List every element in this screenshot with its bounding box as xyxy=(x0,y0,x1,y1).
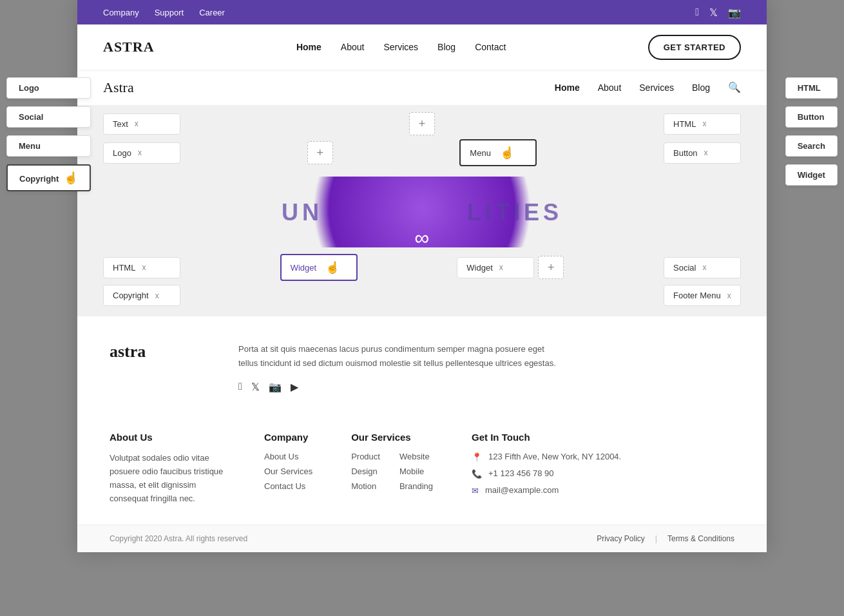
button-cell-close[interactable]: x xyxy=(704,148,708,157)
footer-brand-name: astra xyxy=(110,342,213,361)
footer-service-design[interactable]: Design xyxy=(351,467,380,476)
inner-header: Astra Home About Services Blog 🔍 xyxy=(77,70,767,106)
sidebar-tag-button[interactable]: Button xyxy=(785,106,838,128)
nav-services[interactable]: Services xyxy=(383,42,418,52)
logo-cell-label: Logo xyxy=(113,148,131,158)
html-cell-close[interactable]: x xyxy=(702,119,706,128)
topbar-link-support[interactable]: Support xyxy=(155,8,184,17)
sidebar-tag-html[interactable]: HTML xyxy=(785,77,838,99)
footer-company-about[interactable]: About Us xyxy=(264,452,312,461)
footer-service-website[interactable]: Website xyxy=(399,452,433,461)
inner-nav-home[interactable]: Home xyxy=(555,82,580,93)
top-bar: Company Support Career  𝕏 📷 xyxy=(77,0,767,24)
nav-home[interactable]: Home xyxy=(296,42,321,52)
terms-link[interactable]: Terms & Conditions xyxy=(667,534,734,543)
social-cell-label: Social xyxy=(673,263,696,273)
copyright-builder-cell[interactable]: Copyright x xyxy=(103,285,180,306)
sidebar-tag-logo[interactable]: Logo xyxy=(6,77,91,99)
twitter-icon[interactable]: 𝕏 xyxy=(709,6,718,19)
footer-service-product[interactable]: Product xyxy=(351,452,380,461)
nav-contact[interactable]: Contact xyxy=(475,42,506,52)
footer-menu-cell-close[interactable]: x xyxy=(727,291,731,300)
drop-cursor-icon: ☝ xyxy=(325,260,340,274)
nav-about[interactable]: About xyxy=(341,42,365,52)
copyright-cell-close[interactable]: x xyxy=(155,291,159,300)
facebook-icon[interactable]:  xyxy=(695,6,699,19)
footer-service-mobile[interactable]: Mobile xyxy=(399,467,433,476)
widget-mid-cell[interactable]: Widget x xyxy=(457,257,534,278)
inner-nav-services[interactable]: Services xyxy=(639,82,674,93)
button-cell-label: Button xyxy=(673,148,698,158)
hero-area: ∞ UN LITIES xyxy=(77,177,767,247)
footer-contact-email: ✉ mail@example.com xyxy=(472,485,621,496)
widget-drop-label: Widget xyxy=(291,263,316,273)
footer-socials:  𝕏 📷 ▶ xyxy=(238,381,561,393)
hero-text: UN LITIES xyxy=(77,199,767,226)
footer-service-branding[interactable]: Branding xyxy=(399,481,433,491)
footer-company-list: About Us Our Services Contact Us xyxy=(264,452,312,491)
footer-menu-cell-label: Footer Menu xyxy=(673,291,721,300)
html-builder-cell-1[interactable]: HTML x xyxy=(664,113,741,135)
footer-youtube-icon[interactable]: ▶ xyxy=(291,381,298,393)
copyright-cell-label: Copyright xyxy=(113,291,149,300)
social-builder-cell[interactable]: Social x xyxy=(664,257,741,278)
sidebar-tag-widget[interactable]: Widget xyxy=(785,164,838,186)
button-builder-cell[interactable]: Button x xyxy=(664,142,741,164)
footer-company-contact[interactable]: Contact Us xyxy=(264,481,312,491)
footer-col-services: Our Services Product Design Motion Websi… xyxy=(351,432,433,505)
privacy-policy-link[interactable]: Privacy Policy xyxy=(597,534,645,543)
footer-facebook-icon[interactable]:  xyxy=(238,381,242,393)
search-button[interactable]: 🔍 xyxy=(728,81,741,93)
footer-twitter-icon[interactable]: 𝕏 xyxy=(251,381,260,393)
phone-icon: 📞 xyxy=(472,469,482,479)
footer-menu-builder-cell[interactable]: Footer Menu x xyxy=(664,285,741,306)
sidebar-tag-copyright[interactable]: Copyright ☝ xyxy=(6,164,91,191)
sidebar-tag-social[interactable]: Social xyxy=(6,106,91,128)
logo-builder-cell[interactable]: Logo x xyxy=(103,142,180,164)
builder-area-footer: HTML x Widget ☝ Widget x + Social x C xyxy=(77,247,767,316)
inner-nav-about[interactable]: About xyxy=(598,82,622,93)
builder-plus-1[interactable]: + xyxy=(409,112,435,135)
footer-contact-address: 📍 123 Fifth Ave, New York, NY 12004. xyxy=(472,452,621,462)
footer-contact-title: Get In Touch xyxy=(472,432,621,443)
html-builder-cell-2[interactable]: HTML x xyxy=(103,257,180,278)
builder-row-3: HTML x Widget ☝ Widget x + Social x xyxy=(103,254,741,281)
footer-address-text: 123 Fifth Ave, New York, NY 12004. xyxy=(488,452,621,461)
footer-instagram-icon[interactable]: 📷 xyxy=(269,381,282,393)
main-header: ASTRA Home About Services Blog Contact G… xyxy=(77,24,767,70)
footer-company-services[interactable]: Our Services xyxy=(264,467,312,476)
text-builder-cell[interactable]: Text x xyxy=(103,113,180,135)
footer-copyright-text: Copyright 2020 Astra. All rights reserve… xyxy=(110,534,247,543)
html-cell-2-close[interactable]: x xyxy=(142,263,146,272)
footer-brand: astra xyxy=(110,342,213,373)
footer-services-col2: Website Mobile Branding xyxy=(399,452,433,496)
inner-nav-blog[interactable]: Blog xyxy=(692,82,710,93)
sidebar-tag-search[interactable]: Search xyxy=(785,135,838,157)
footer-about-title: About Us xyxy=(110,432,225,443)
topbar-link-company[interactable]: Company xyxy=(103,8,139,17)
builder-row-1: Text x + HTML x xyxy=(103,112,741,135)
topbar-link-career[interactable]: Career xyxy=(199,8,225,17)
builder-plus-2[interactable]: + xyxy=(307,141,333,164)
footer-phone-text: +1 123 456 78 90 xyxy=(488,468,554,478)
location-icon: 📍 xyxy=(472,452,482,462)
social-cell-close[interactable]: x xyxy=(702,263,706,272)
nav-blog[interactable]: Blog xyxy=(437,42,456,52)
footer-about-desc: Volutpat sodales odio vitae posuere odio… xyxy=(110,452,225,505)
menu-builder-cell[interactable]: Menu ☝ xyxy=(459,139,537,166)
text-cell-close[interactable]: x xyxy=(135,119,139,128)
main-nav: Home About Services Blog Contact xyxy=(296,42,506,52)
email-icon: ✉ xyxy=(472,486,479,496)
sidebar-tag-menu[interactable]: Menu xyxy=(6,135,91,157)
sidebar-left: Logo Social Menu Copyright ☝ xyxy=(6,77,91,191)
get-started-button[interactable]: GET STARTED xyxy=(648,35,741,60)
widget-drop-cell[interactable]: Widget ☝ xyxy=(280,254,358,281)
topbar-links: Company Support Career xyxy=(103,8,225,17)
builder-plus-3[interactable]: + xyxy=(538,256,564,279)
page-preview: Company Support Career  𝕏 📷 ASTRA Home … xyxy=(77,0,767,552)
instagram-icon[interactable]: 📷 xyxy=(728,6,741,19)
footer-columns: About Us Volutpat sodales odio vitae pos… xyxy=(110,412,734,525)
footer-service-motion[interactable]: Motion xyxy=(351,481,380,491)
widget-mid-close[interactable]: x xyxy=(499,263,503,272)
logo-cell-close[interactable]: x xyxy=(138,148,142,157)
